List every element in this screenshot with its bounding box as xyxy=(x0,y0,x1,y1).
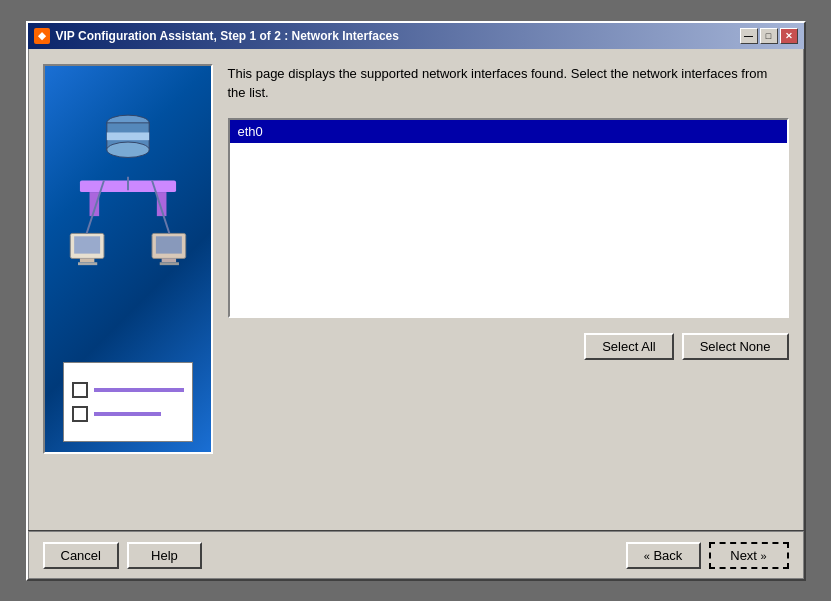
checklist-item-1 xyxy=(72,382,184,398)
back-arrow-icon: « xyxy=(644,550,650,562)
checklist-item-2 xyxy=(72,406,184,422)
svg-rect-9 xyxy=(79,258,93,262)
main-area: This page displays the supported network… xyxy=(28,49,804,530)
app-icon: ◆ xyxy=(34,28,50,44)
back-button[interactable]: « Back xyxy=(626,542,701,569)
footer-left: Cancel Help xyxy=(43,542,202,569)
right-panel: This page displays the supported network… xyxy=(228,64,789,515)
cancel-button[interactable]: Cancel xyxy=(43,542,119,569)
footer-right: « Back Next » xyxy=(626,542,789,569)
select-none-button[interactable]: Select None xyxy=(682,333,789,360)
check-line-2 xyxy=(94,412,161,416)
maximize-button[interactable]: □ xyxy=(760,28,778,44)
footer: Cancel Help « Back Next » xyxy=(28,532,804,579)
close-button[interactable]: ✕ xyxy=(780,28,798,44)
window-title: VIP Configuration Assistant, Step 1 of 2… xyxy=(56,29,399,43)
svg-rect-13 xyxy=(161,258,175,262)
svg-rect-10 xyxy=(78,262,97,265)
svg-rect-12 xyxy=(155,236,181,253)
help-button[interactable]: Help xyxy=(127,542,202,569)
sidebar-image xyxy=(43,64,213,454)
title-bar: ◆ VIP Configuration Assistant, Step 1 of… xyxy=(28,23,804,49)
checkbox-2 xyxy=(72,406,88,422)
next-button[interactable]: Next » xyxy=(709,542,789,569)
title-bar-left: ◆ VIP Configuration Assistant, Step 1 of… xyxy=(34,28,399,44)
interface-list[interactable]: eth0 xyxy=(228,118,789,318)
window-content: This page displays the supported network… xyxy=(28,49,804,579)
main-window: ◆ VIP Configuration Assistant, Step 1 of… xyxy=(26,21,806,581)
network-svg xyxy=(58,94,198,344)
svg-rect-8 xyxy=(74,236,100,253)
check-line-1 xyxy=(94,388,184,392)
select-all-button[interactable]: Select All xyxy=(584,333,673,360)
next-arrow-icon: » xyxy=(761,550,767,562)
svg-point-2 xyxy=(106,142,148,157)
svg-rect-3 xyxy=(106,132,148,140)
minimize-button[interactable]: — xyxy=(740,28,758,44)
svg-rect-14 xyxy=(159,262,178,265)
checkbox-1 xyxy=(72,382,88,398)
list-item[interactable]: eth0 xyxy=(230,120,787,143)
action-buttons: Select All Select None xyxy=(228,333,789,360)
title-bar-buttons: — □ ✕ xyxy=(740,28,798,44)
checklist-graphic xyxy=(63,362,193,442)
description-text: This page displays the supported network… xyxy=(228,64,789,103)
network-graphic xyxy=(55,76,201,362)
